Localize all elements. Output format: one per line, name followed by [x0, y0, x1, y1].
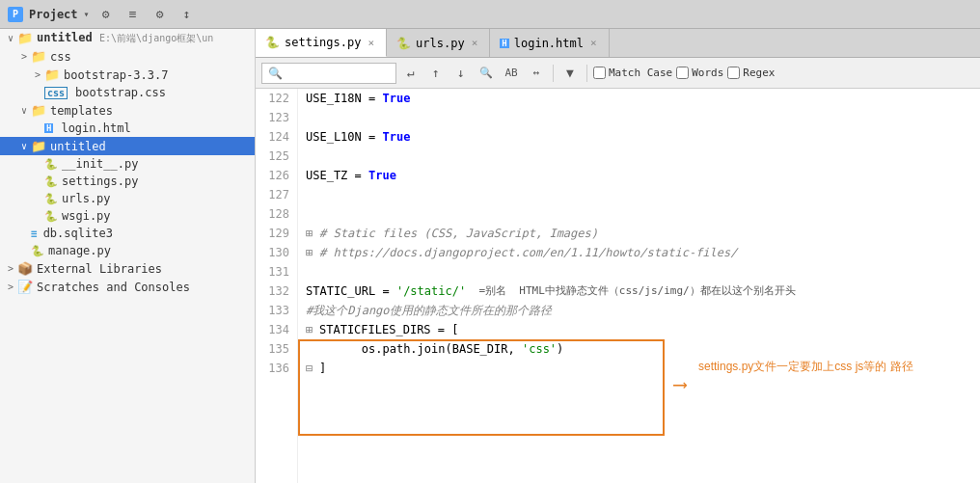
replace2-icon[interactable]: ↔ [526, 63, 547, 84]
sidebar-item-label: templates [50, 104, 113, 118]
code-line-131 [306, 262, 980, 282]
project-icon: P [8, 7, 23, 22]
title-bar-gear-icon[interactable]: ⚙ [150, 4, 171, 25]
code-line-126: USE_TZ = True [306, 166, 980, 185]
regex-input[interactable] [727, 67, 740, 79]
chevron-icon: ∨ [17, 105, 31, 116]
code-line-122: USE_I18N = True [306, 89, 980, 108]
tab-close-icon[interactable]: × [366, 36, 376, 50]
sidebar-item-css[interactable]: > 📁 css [0, 47, 255, 66]
sidebar-item-db-sqlite3[interactable]: ≡ db.sqlite3 [0, 225, 255, 242]
py-icon: 🐍 [44, 193, 58, 205]
folder-icon: 📁 [31, 49, 46, 64]
replace-icon[interactable]: AB [501, 63, 522, 84]
code-line-124: USE_L10N = True [306, 127, 980, 147]
words-checkbox[interactable]: Words [676, 67, 723, 79]
py-icon: 🐍 [44, 210, 58, 223]
sidebar-item-untitled[interactable]: ∨ 📁 untitled [0, 137, 255, 155]
code-line-125 [306, 147, 980, 166]
sidebar-item-label: bootstrap.css [75, 86, 166, 99]
sidebar-item-login-html[interactable]: H login.html [0, 120, 255, 137]
regex-checkbox[interactable]: Regex [727, 67, 775, 79]
sidebar-item-untitled-root[interactable]: ∨ 📁 untitled E:\前端\django框架\un [0, 29, 255, 47]
search-input[interactable] [286, 67, 393, 79]
folder-icon: 📁 [17, 31, 33, 45]
tab-close-icon[interactable]: × [588, 36, 599, 50]
py-icon: 🐍 [31, 245, 44, 257]
py-tab-icon: 🐍 [396, 37, 411, 50]
code-line-136: ⊟ ] [306, 359, 980, 378]
sidebar-item-label: untitled [50, 140, 106, 153]
sidebar: ∨ 📁 untitled E:\前端\django框架\un > 📁 css >… [0, 29, 256, 483]
chevron-icon: > [4, 282, 17, 292]
tab-login[interactable]: H login.html × [490, 29, 609, 57]
code-line-130: ⊞ # https://docs.djangoproject.com/en/1.… [306, 243, 980, 262]
main-body: ∨ 📁 untitled E:\前端\django框架\un > 📁 css >… [0, 29, 980, 483]
code-line-132: STATIC_URL = '/static/' =别名 HTML中找静态文件（c… [306, 282, 980, 301]
chevron-icon: > [31, 69, 44, 80]
arrow-up-icon[interactable]: ↑ [425, 63, 447, 84]
find-icon[interactable]: 🔍 [476, 63, 497, 84]
sidebar-item-label: db.sqlite3 [43, 227, 113, 240]
folder-icon: 📁 [44, 67, 60, 82]
chevron-icon: ∨ [4, 33, 17, 43]
filter-icon[interactable]: ▼ [559, 63, 581, 84]
py-tab-icon: 🐍 [265, 36, 280, 49]
toolbar: 🔍 ↵ ↑ ↓ 🔍 AB ↔ ▼ Match Case Words [256, 58, 980, 89]
sidebar-item-bootstrap-337[interactable]: > 📁 bootstrap-3.3.7 [0, 66, 255, 84]
tab-urls[interactable]: 🐍 urls.py × [387, 29, 490, 57]
search-box: 🔍 [261, 63, 396, 84]
tab-settings[interactable]: 🐍 settings.py × [256, 29, 387, 57]
tab-bar: 🐍 settings.py × 🐍 urls.py × H login.html… [256, 29, 980, 58]
match-case-label: Match Case [609, 67, 672, 79]
search-icon: 🔍 [268, 67, 283, 80]
sidebar-item-label: manage.py [48, 244, 111, 257]
sidebar-item-label: __init__.py [62, 157, 138, 171]
code-line-133: #我这个Django使用的静态文件所在的那个路径 [306, 301, 980, 320]
chevron-icon: > [17, 51, 31, 62]
folder-icon: 📁 [31, 139, 46, 153]
tab-label: settings.py [285, 36, 361, 49]
tab-close-icon[interactable]: × [470, 36, 480, 50]
css-icon: css [44, 87, 68, 99]
words-label: Words [692, 67, 723, 79]
code-line-123 [306, 108, 980, 127]
tab-label: urls.py [416, 37, 465, 50]
code-line-135: os.path.join(BASE_DIR, 'css') [306, 339, 980, 359]
py-icon: 🐍 [44, 175, 58, 188]
title-bar-layout-icon[interactable]: ↕ [177, 4, 198, 25]
title-bar-project-label: Project [29, 8, 78, 21]
folder-icon: 📁 [31, 103, 46, 118]
sidebar-item-bootstrap-css[interactable]: css bootstrap.css [0, 84, 255, 101]
py-icon: 🐍 [44, 158, 58, 171]
search-back-icon[interactable]: ↵ [400, 63, 422, 84]
sidebar-item-label: login.html [61, 121, 130, 135]
sidebar-item-init-py[interactable]: 🐍 __init__.py [0, 155, 255, 173]
sidebar-item-label: wsgi.py [62, 209, 111, 223]
arrow-down-icon[interactable]: ↓ [450, 63, 472, 84]
code-editor[interactable]: 122 123 124 125 126 127 128 129 130 131 … [256, 89, 980, 483]
sidebar-item-external-libs[interactable]: > 📦 External Libraries [0, 259, 255, 278]
sidebar-item-label: Scratches and Consoles [37, 281, 190, 294]
match-case-input[interactable] [593, 67, 606, 79]
sidebar-item-scratches[interactable]: > 📝 Scratches and Consoles [0, 278, 255, 296]
title-bar: P Project ▾ ⚙ ≡ ⚙ ↕ [0, 0, 980, 29]
sidebar-item-wsgi-py[interactable]: 🐍 wsgi.py [0, 207, 255, 225]
scratches-icon: 📝 [17, 280, 33, 294]
words-input[interactable] [676, 67, 689, 79]
regex-label: Regex [743, 67, 775, 79]
title-bar-chevron[interactable]: ▾ [84, 9, 90, 19]
sidebar-item-label: untitled E:\前端\django框架\un [37, 31, 213, 45]
sidebar-item-templates[interactable]: ∨ 📁 templates [0, 101, 255, 120]
tab-label: login.html [514, 37, 584, 50]
title-bar-menu-icon[interactable]: ≡ [122, 4, 144, 25]
sidebar-item-settings-py[interactable]: 🐍 settings.py [0, 173, 255, 190]
db-icon: ≡ [31, 228, 38, 240]
chevron-icon: > [4, 263, 17, 274]
code-line-127 [306, 185, 980, 204]
sidebar-item-urls-py[interactable]: 🐍 urls.py [0, 190, 255, 207]
match-case-checkbox[interactable]: Match Case [593, 67, 672, 79]
editor-area: 🐍 settings.py × 🐍 urls.py × H login.html… [256, 29, 980, 483]
sidebar-item-manage-py[interactable]: 🐍 manage.py [0, 242, 255, 259]
title-bar-settings-icon[interactable]: ⚙ [95, 4, 117, 25]
